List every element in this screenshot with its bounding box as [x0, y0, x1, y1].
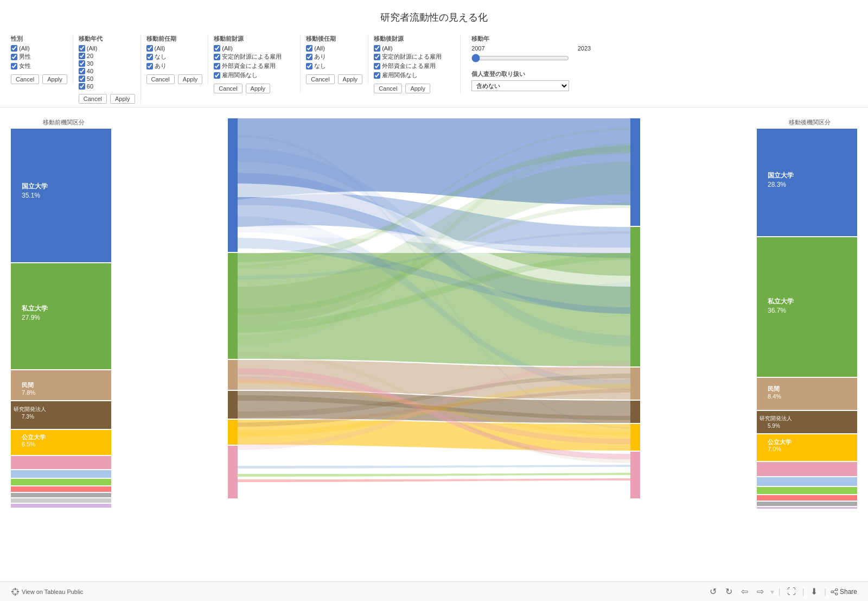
svg-text:公立大学: 公立大学 [21, 434, 46, 440]
svg-rect-51 [757, 477, 857, 486]
sankey-svg [117, 118, 751, 498]
filter-post-period-actions: Cancel Apply [306, 74, 362, 84]
filter-post-period-apply[interactable]: Apply [338, 74, 363, 84]
svg-rect-29 [630, 118, 640, 226]
filters-row: 性別 (All) 男性 女性 Cancel Apply 移動年代 (All) 2… [0, 30, 868, 107]
svg-point-68 [835, 589, 838, 591]
refresh-button[interactable]: ↻ [723, 585, 735, 598]
back-button[interactable]: ⇦ [739, 585, 750, 598]
filter-post-funding-label: 移動後財源 [374, 35, 455, 43]
tableau-icon [11, 587, 20, 596]
filter-pre-period: 移動前任期 (All) なし あり Cancel Apply [146, 35, 209, 84]
year-min-label: 2007 [471, 45, 484, 52]
svg-rect-20 [11, 498, 111, 503]
filter-pre-period-apply[interactable]: Apply [178, 74, 203, 84]
svg-text:7.0%: 7.0% [768, 446, 781, 452]
svg-rect-58 [11, 591, 14, 592]
svg-rect-53 [757, 495, 857, 501]
filter-gender-cancel[interactable]: Cancel [11, 74, 39, 84]
svg-rect-56 [15, 588, 16, 590]
filter-gender-male[interactable]: 男性 [11, 53, 67, 61]
filter-pre-funding-apply[interactable]: Apply [246, 84, 271, 93]
main-container: 研究者流動性の見える化 性別 (All) 男性 女性 Cancel Apply … [0, 0, 868, 601]
right-chart-label: 移動後機関区分 [762, 118, 857, 126]
svg-rect-23 [228, 118, 238, 252]
svg-rect-55 [757, 507, 857, 509]
personal-handling-select[interactable]: 含めない 含める [471, 80, 569, 91]
svg-rect-28 [228, 446, 238, 498]
svg-text:8.4%: 8.4% [768, 393, 781, 400]
filter-gender: 性別 (All) 男性 女性 Cancel Apply [11, 35, 73, 84]
svg-line-72 [833, 592, 835, 593]
undo-button[interactable]: ↺ [707, 585, 719, 598]
svg-rect-62 [12, 590, 14, 591]
filter-pre-funding-cancel[interactable]: Cancel [214, 84, 242, 93]
svg-rect-54 [757, 502, 857, 506]
share-button[interactable]: Share [831, 588, 857, 596]
filter-gender-apply[interactable]: Apply [42, 74, 67, 84]
sankey-center [117, 118, 751, 520]
svg-text:27.9%: 27.9% [22, 314, 40, 321]
personal-handling-label: 個人査登の取り扱い [471, 70, 591, 78]
filter-move-year-label: 移動年 [471, 35, 591, 43]
svg-text:私立大学: 私立大学 [767, 298, 794, 305]
right-bar-svg: 国立大学 28.3% 私立大学 36.7% 民間 8.4% 研究開発法人 5.9… [757, 129, 857, 509]
svg-rect-21 [11, 504, 111, 508]
svg-rect-26 [228, 391, 238, 419]
filter-post-funding-actions: Cancel Apply [374, 84, 455, 93]
filter-move-year-gen-apply[interactable]: Apply [110, 94, 135, 104]
filter-gender-female[interactable]: 女性 [11, 62, 67, 70]
filter-post-period-cancel[interactable]: Cancel [306, 74, 334, 84]
svg-rect-15 [11, 456, 111, 469]
filter-post-funding: 移動後財源 (All) 安定的財源による雇用 外部資金による雇用 雇用関係なし … [374, 35, 461, 93]
download-button[interactable]: ⬇ [808, 585, 820, 598]
svg-rect-24 [228, 253, 238, 359]
filter-move-year-gen: 移動年代 (All) 20 30 40 50 60 Cancel Apply [79, 35, 141, 104]
bottom-bar: View on Tableau Public ↺ ↻ ⇦ ⇨ ▾ | ⛶ | ⬇… [0, 581, 868, 601]
tableau-public-link[interactable]: View on Tableau Public [11, 587, 83, 596]
chart-area: 移動前機関区分 国立大学 35.1% 私立大学 27.9% 民間 7.8% 研究… [0, 113, 868, 526]
bottom-controls: ↺ ↻ ⇦ ⇨ ▾ | ⛶ | ⬇ | Share [707, 585, 857, 598]
svg-text:民間: 民間 [768, 385, 780, 392]
svg-rect-27 [228, 420, 238, 445]
page-title: 研究者流動性の見える化 [0, 0, 868, 30]
divider-2: | [778, 587, 781, 596]
filter-gender-label: 性別 [11, 35, 67, 43]
svg-rect-52 [757, 487, 857, 494]
filter-post-funding-apply[interactable]: Apply [405, 84, 430, 93]
personal-handling-section: 個人査登の取り扱い 含めない 含める [471, 70, 591, 91]
svg-text:7.3%: 7.3% [22, 414, 34, 420]
filter-move-year-and-personal: 移動年 2007 2023 個人査登の取り扱い 含めない 含める [471, 35, 591, 91]
year-max-label: 2023 [578, 45, 591, 52]
svg-rect-25 [228, 360, 238, 390]
svg-point-70 [835, 593, 838, 595]
forward-button[interactable]: ⇨ [755, 585, 766, 598]
fullscreen-button[interactable]: ⛶ [785, 586, 798, 598]
filter-post-funding-cancel[interactable]: Cancel [374, 84, 402, 93]
svg-rect-33 [630, 424, 640, 451]
left-bar-svg: 国立大学 35.1% 私立大学 27.9% 民間 7.8% 研究開発法人 7.3… [11, 129, 111, 509]
svg-rect-59 [17, 591, 19, 592]
filter-gender-all[interactable]: (All) [11, 45, 67, 52]
filter-move-year-gen-label: 移動年代 [79, 35, 135, 43]
svg-text:36.7%: 36.7% [768, 307, 786, 314]
year-slider-start[interactable] [471, 54, 569, 62]
svg-text:民間: 民間 [22, 382, 34, 388]
right-bar-chart: 移動後機関区分 国立大学 28.3% 私立大学 36.7% 民間 8.4% 研究… [757, 118, 857, 520]
year-range-display: 2007 2023 [471, 45, 591, 52]
svg-rect-16 [11, 470, 111, 478]
svg-text:5.9%: 5.9% [768, 423, 780, 429]
filter-move-year-gen-cancel[interactable]: Cancel [79, 94, 107, 104]
svg-text:研究開発法人: 研究開発法人 [14, 406, 46, 412]
share-label: Share [840, 588, 857, 596]
left-bar-chart: 移動前機関区分 国立大学 35.1% 私立大学 27.9% 民間 7.8% 研究… [11, 118, 111, 520]
filter-pre-period-cancel[interactable]: Cancel [146, 74, 175, 84]
svg-rect-18 [11, 486, 111, 492]
svg-rect-66 [12, 593, 14, 594]
filter-move-year-gen-actions: Cancel Apply [79, 94, 135, 104]
filter-gender-actions: Cancel Apply [11, 74, 67, 84]
svg-rect-57 [15, 593, 16, 596]
svg-rect-44 [757, 411, 857, 433]
svg-text:公立大学: 公立大学 [767, 439, 792, 445]
left-chart-label: 移動前機関区分 [16, 118, 111, 126]
